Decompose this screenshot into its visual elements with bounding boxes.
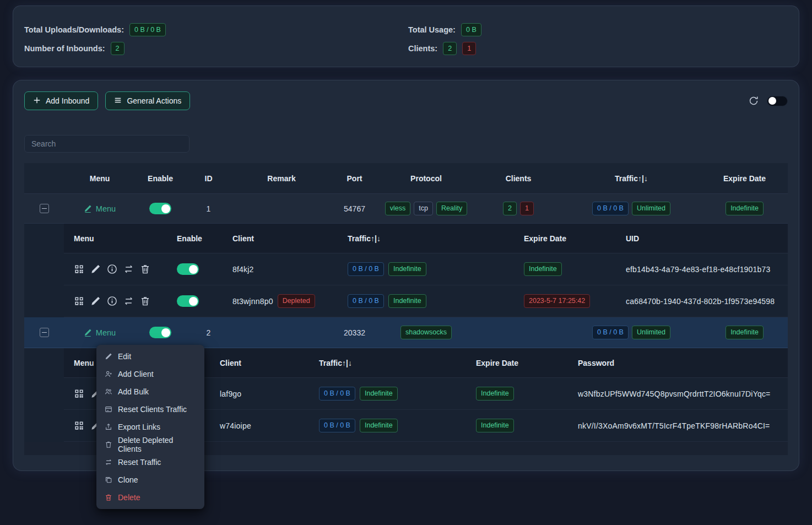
qr-code-icon[interactable] — [74, 420, 84, 431]
info-icon[interactable] — [107, 264, 117, 274]
edit-client-icon[interactable] — [90, 264, 101, 274]
inbound-2-enable-switch[interactable] — [149, 327, 171, 338]
delete-client-icon[interactable] — [140, 264, 150, 274]
export-icon — [105, 423, 112, 431]
header-traffic-sort[interactable]: Traffic↑|↓ — [562, 174, 700, 183]
sub1-header-client: Client — [223, 234, 338, 243]
inbounds-page: Total Uploads/Downloads: 0 B / 0 B Numbe… — [0, 0, 812, 525]
sub2-header-expire: Expire Date — [466, 359, 568, 367]
qr-code-icon[interactable] — [74, 296, 84, 306]
stats-card: Total Uploads/Downloads: 0 B / 0 B Numbe… — [13, 6, 799, 67]
context-menu-label: Clone — [118, 475, 138, 484]
context-menu-label: Edit — [118, 352, 131, 361]
inbound-2-quota-badge: Unlimited — [632, 326, 670, 339]
toolbar-right-controls — [748, 95, 788, 106]
total-usage-value: 0 B — [461, 23, 481, 36]
edit-client-icon[interactable] — [90, 296, 101, 306]
client-expire-badge: 2023-5-7 17:25:42 — [524, 294, 590, 307]
header-menu: Menu — [64, 174, 136, 183]
context-menu-item-delete[interactable]: Delete — [96, 489, 204, 506]
sub2-header-traffic-sort[interactable]: Traffic↑|↓ — [309, 359, 466, 367]
client-traffic-badge: 0 B / 0 B — [319, 419, 355, 432]
header-expire-date: Expire Date — [700, 174, 789, 183]
sub1-header-uid: UID — [616, 234, 789, 243]
context-menu-item-add-client[interactable]: Add Client — [96, 365, 204, 383]
edit-icon — [105, 353, 112, 360]
client-enable-switch[interactable] — [177, 295, 199, 307]
delete-client-icon[interactable] — [140, 296, 150, 306]
protocol-badge-reality: Reality — [436, 202, 467, 215]
inbound-1-clients-section: Menu Enable Client Traffic↑|↓ Expire Dat… — [24, 224, 788, 317]
inbound-1-port: 54767 — [331, 204, 378, 213]
sub1-header-enable: Enable — [167, 234, 223, 243]
context-menu-item-clone[interactable]: Clone — [96, 471, 204, 489]
edit-icon — [84, 204, 92, 213]
delete-depleted-icon — [105, 441, 112, 448]
inbound-table-header: Menu Enable ID Remark Port Protocol Clie… — [24, 163, 788, 194]
sub1-header-traffic-sort[interactable]: Traffic↑|↓ — [338, 234, 514, 243]
stat-total-usage: Total Usage: 0 B — [408, 21, 788, 38]
inbound-1-quota-badge: Unlimited — [632, 202, 670, 215]
search-input[interactable] — [24, 135, 190, 153]
client-traffic-badge: 0 B / 0 B — [319, 387, 355, 400]
context-menu-item-delete-depleted-clients[interactable]: Delete Depleted Clients — [96, 436, 204, 453]
client-actions — [74, 296, 150, 306]
header-protocol: Protocol — [378, 174, 474, 183]
header-port: Port — [331, 174, 378, 183]
context-menu-item-export-links[interactable]: Export Links — [96, 418, 204, 436]
reset-client-traffic-icon[interactable] — [123, 264, 134, 274]
reset-traffic-icon — [105, 458, 112, 466]
general-actions-label: General Actions — [127, 96, 181, 105]
client-password: nkV/I/3XoAm9v6xMT/T5IcrF4TpeTKF98rHARbRo… — [568, 421, 789, 430]
refresh-icon[interactable] — [748, 95, 759, 106]
search-row — [24, 135, 788, 153]
inbound-1-clients-depleted: 1 — [520, 202, 534, 215]
client-traffic-badge: 0 B / 0 B — [348, 262, 384, 275]
client-quota-badge: Indefinite — [360, 387, 398, 400]
context-menu-item-edit[interactable]: Edit — [96, 348, 204, 365]
client-expire-badge: Indefinite — [476, 419, 514, 432]
reset-client-traffic-icon[interactable] — [123, 296, 134, 306]
client-uid: efb14b43-4a79-4e83-ef18-e48cf1901b73 — [616, 265, 789, 274]
theme-toggle[interactable] — [767, 96, 788, 106]
client-quota-badge: Indefinite — [388, 262, 426, 275]
header-enable: Enable — [136, 174, 185, 183]
uploads-downloads-value: 0 B / 0 B — [129, 23, 166, 36]
client-enable-switch[interactable] — [177, 263, 199, 275]
protocol-badge-shadowsocks: shadowsocks — [400, 326, 452, 339]
client-uid: ca68470b-1940-437d-802b-1f9573e94598 — [616, 297, 789, 306]
client-quota-badge: Indefinite — [388, 294, 426, 307]
general-actions-button[interactable]: General Actions — [105, 91, 190, 110]
context-menu-item-reset-traffic[interactable]: Reset Traffic — [96, 453, 204, 471]
stats-right-column: Total Usage: 0 B Clients: 2 1 — [408, 21, 788, 67]
collapse-icon[interactable] — [40, 204, 49, 213]
sub1-header-expire: Expire Date — [514, 234, 616, 243]
theme-toggle-knob — [768, 97, 776, 105]
client-name: w74ioipe — [210, 421, 309, 430]
context-menu-item-add-bulk[interactable]: Add Bulk — [96, 383, 204, 400]
inbound-1-menu-button[interactable]: Menu — [84, 204, 116, 213]
context-menu-label: Add Client — [118, 370, 154, 378]
inbound-2-expire-badge: Indefinite — [726, 326, 764, 339]
header-remark: Remark — [232, 174, 331, 183]
inbound-1-enable-switch[interactable] — [149, 203, 171, 214]
client-traffic-badge: 0 B / 0 B — [348, 294, 384, 307]
info-icon[interactable] — [107, 296, 117, 306]
clone-icon — [105, 476, 112, 484]
sub2-header-password: Password — [568, 359, 789, 367]
qr-code-icon[interactable] — [74, 264, 84, 274]
inbound-2-port: 20332 — [331, 328, 378, 337]
qr-code-icon[interactable] — [74, 388, 84, 399]
header-clients: Clients — [474, 174, 562, 183]
toolbar-buttons: Add Inbound General Actions — [24, 91, 190, 110]
add-inbound-button[interactable]: Add Inbound — [24, 91, 98, 110]
inbound-1-id: 1 — [185, 204, 232, 213]
context-menu-item-reset-clients-traffic[interactable]: Reset Clients Traffic — [96, 400, 204, 418]
inbound-2-menu-button[interactable]: Menu — [84, 328, 116, 337]
context-menu-label: Reset Traffic — [118, 458, 161, 467]
client-name: laf9go — [210, 389, 309, 398]
client-name: 8f4kj2 — [223, 265, 338, 274]
collapse-icon[interactable] — [40, 328, 49, 337]
protocol-badge-tcp: tcp — [414, 202, 433, 215]
hamburger-icon — [114, 96, 122, 106]
